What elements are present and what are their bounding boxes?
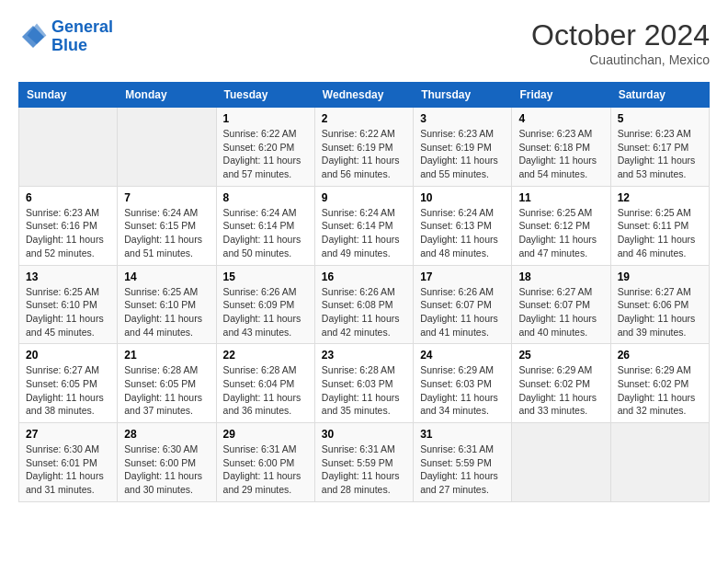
calendar-table: SundayMondayTuesdayWednesdayThursdayFrid… — [18, 82, 710, 502]
day-number: 3 — [420, 112, 505, 125]
day-info: Sunrise: 6:23 AMSunset: 6:18 PMDaylight:… — [518, 127, 603, 181]
calendar-cell — [19, 108, 118, 187]
calendar-cell: 16Sunrise: 6:26 AMSunset: 6:08 PMDayligh… — [314, 265, 413, 344]
calendar-week-row: 27Sunrise: 6:30 AMSunset: 6:01 PMDayligh… — [19, 423, 710, 502]
calendar-week-row: 20Sunrise: 6:27 AMSunset: 6:05 PMDayligh… — [19, 344, 710, 423]
calendar-cell: 5Sunrise: 6:23 AMSunset: 6:17 PMDaylight… — [610, 108, 709, 187]
calendar-cell: 26Sunrise: 6:29 AMSunset: 6:02 PMDayligh… — [610, 344, 709, 423]
day-number: 24 — [420, 349, 505, 362]
calendar-cell: 22Sunrise: 6:28 AMSunset: 6:04 PMDayligh… — [216, 344, 314, 423]
day-info: Sunrise: 6:23 AMSunset: 6:17 PMDaylight:… — [618, 127, 702, 181]
day-info: Sunrise: 6:29 AMSunset: 6:02 PMDaylight:… — [618, 363, 702, 418]
calendar-week-row: 1Sunrise: 6:22 AMSunset: 6:20 PMDaylight… — [19, 108, 710, 187]
day-info: Sunrise: 6:25 AMSunset: 6:11 PMDaylight:… — [618, 206, 702, 260]
calendar-cell: 8Sunrise: 6:24 AMSunset: 6:14 PMDaylight… — [216, 186, 314, 265]
weekday-header-row: SundayMondayTuesdayWednesdayThursdayFrid… — [19, 83, 710, 108]
calendar-cell: 2Sunrise: 6:22 AMSunset: 6:19 PMDaylight… — [314, 108, 413, 187]
day-number: 20 — [26, 349, 110, 362]
day-info: Sunrise: 6:24 AMSunset: 6:14 PMDaylight:… — [223, 206, 308, 260]
calendar-cell: 12Sunrise: 6:25 AMSunset: 6:11 PMDayligh… — [610, 186, 709, 265]
weekday-header: Thursday — [414, 83, 512, 108]
day-info: Sunrise: 6:24 AMSunset: 6:13 PMDaylight:… — [420, 206, 505, 260]
logo-text: General Blue — [51, 18, 113, 55]
day-info: Sunrise: 6:30 AMSunset: 6:00 PMDaylight:… — [124, 442, 209, 497]
day-info: Sunrise: 6:26 AMSunset: 6:09 PMDaylight:… — [223, 285, 308, 339]
calendar-cell: 15Sunrise: 6:26 AMSunset: 6:09 PMDayligh… — [216, 265, 314, 344]
calendar-cell: 6Sunrise: 6:23 AMSunset: 6:16 PMDaylight… — [19, 186, 118, 265]
calendar-cell: 1Sunrise: 6:22 AMSunset: 6:20 PMDaylight… — [216, 108, 314, 187]
day-number: 23 — [322, 349, 406, 362]
calendar-cell: 3Sunrise: 6:23 AMSunset: 6:19 PMDaylight… — [414, 108, 512, 187]
day-info: Sunrise: 6:25 AMSunset: 6:10 PMDaylight:… — [26, 285, 110, 339]
calendar-cell: 17Sunrise: 6:26 AMSunset: 6:07 PMDayligh… — [414, 265, 512, 344]
calendar-cell: 9Sunrise: 6:24 AMSunset: 6:14 PMDaylight… — [314, 186, 413, 265]
day-info: Sunrise: 6:22 AMSunset: 6:20 PMDaylight:… — [223, 127, 308, 181]
day-number: 18 — [518, 270, 603, 283]
day-number: 6 — [26, 191, 110, 204]
calendar-cell: 21Sunrise: 6:28 AMSunset: 6:05 PMDayligh… — [118, 344, 216, 423]
day-number: 17 — [420, 270, 505, 283]
calendar-week-row: 6Sunrise: 6:23 AMSunset: 6:16 PMDaylight… — [19, 186, 710, 265]
day-info: Sunrise: 6:25 AMSunset: 6:10 PMDaylight:… — [124, 285, 209, 339]
day-number: 31 — [420, 428, 505, 441]
calendar-cell: 14Sunrise: 6:25 AMSunset: 6:10 PMDayligh… — [118, 265, 216, 344]
day-info: Sunrise: 6:28 AMSunset: 6:03 PMDaylight:… — [322, 363, 406, 418]
logo-icon — [18, 22, 48, 52]
calendar-cell: 29Sunrise: 6:31 AMSunset: 6:00 PMDayligh… — [216, 423, 314, 502]
calendar-cell: 28Sunrise: 6:30 AMSunset: 6:00 PMDayligh… — [118, 423, 216, 502]
day-number: 29 — [223, 428, 308, 441]
day-number: 15 — [223, 270, 308, 283]
day-info: Sunrise: 6:29 AMSunset: 6:02 PMDaylight:… — [518, 363, 603, 418]
day-number: 22 — [223, 349, 308, 362]
day-info: Sunrise: 6:27 AMSunset: 6:05 PMDaylight:… — [26, 363, 110, 418]
day-number: 25 — [518, 349, 603, 362]
page-header: General Blue October 2024 Cuautinchan, M… — [18, 18, 710, 67]
calendar-cell: 31Sunrise: 6:31 AMSunset: 5:59 PMDayligh… — [414, 423, 512, 502]
day-info: Sunrise: 6:27 AMSunset: 6:06 PMDaylight:… — [618, 285, 702, 339]
day-info: Sunrise: 6:22 AMSunset: 6:19 PMDaylight:… — [322, 127, 406, 181]
day-number: 2 — [322, 112, 406, 125]
day-number: 13 — [26, 270, 110, 283]
calendar-cell: 30Sunrise: 6:31 AMSunset: 5:59 PMDayligh… — [314, 423, 413, 502]
day-number: 12 — [618, 191, 702, 204]
day-number: 10 — [420, 191, 505, 204]
day-number: 28 — [124, 428, 209, 441]
day-info: Sunrise: 6:23 AMSunset: 6:19 PMDaylight:… — [420, 127, 505, 181]
calendar-cell: 27Sunrise: 6:30 AMSunset: 6:01 PMDayligh… — [19, 423, 118, 502]
day-number: 14 — [124, 270, 209, 283]
subtitle: Cuautinchan, Mexico — [531, 52, 710, 67]
day-info: Sunrise: 6:29 AMSunset: 6:03 PMDaylight:… — [420, 363, 505, 418]
calendar-cell: 7Sunrise: 6:24 AMSunset: 6:15 PMDaylight… — [118, 186, 216, 265]
day-number: 5 — [618, 112, 702, 125]
weekday-header: Saturday — [610, 83, 709, 108]
day-number: 1 — [223, 112, 308, 125]
calendar-cell — [610, 423, 709, 502]
weekday-header: Monday — [118, 83, 216, 108]
calendar-cell: 24Sunrise: 6:29 AMSunset: 6:03 PMDayligh… — [414, 344, 512, 423]
day-info: Sunrise: 6:31 AMSunset: 6:00 PMDaylight:… — [223, 442, 308, 497]
calendar-cell — [512, 423, 610, 502]
day-info: Sunrise: 6:28 AMSunset: 6:05 PMDaylight:… — [124, 363, 209, 418]
day-number: 30 — [322, 428, 406, 441]
weekday-header: Tuesday — [216, 83, 314, 108]
day-number: 4 — [518, 112, 603, 125]
day-number: 27 — [26, 428, 110, 441]
weekday-header: Wednesday — [314, 83, 413, 108]
day-info: Sunrise: 6:31 AMSunset: 5:59 PMDaylight:… — [322, 442, 406, 497]
day-number: 16 — [322, 270, 406, 283]
day-info: Sunrise: 6:26 AMSunset: 6:08 PMDaylight:… — [322, 285, 406, 339]
day-number: 21 — [124, 349, 209, 362]
title-block: October 2024 Cuautinchan, Mexico — [531, 18, 710, 67]
calendar-cell: 23Sunrise: 6:28 AMSunset: 6:03 PMDayligh… — [314, 344, 413, 423]
day-number: 7 — [124, 191, 209, 204]
calendar-cell: 19Sunrise: 6:27 AMSunset: 6:06 PMDayligh… — [610, 265, 709, 344]
calendar-cell: 4Sunrise: 6:23 AMSunset: 6:18 PMDaylight… — [512, 108, 610, 187]
day-info: Sunrise: 6:30 AMSunset: 6:01 PMDaylight:… — [26, 442, 110, 497]
calendar-cell: 20Sunrise: 6:27 AMSunset: 6:05 PMDayligh… — [19, 344, 118, 423]
weekday-header: Sunday — [19, 83, 118, 108]
logo: General Blue — [18, 18, 113, 55]
day-number: 11 — [518, 191, 603, 204]
day-info: Sunrise: 6:26 AMSunset: 6:07 PMDaylight:… — [420, 285, 505, 339]
calendar-cell: 25Sunrise: 6:29 AMSunset: 6:02 PMDayligh… — [512, 344, 610, 423]
calendar-cell: 18Sunrise: 6:27 AMSunset: 6:07 PMDayligh… — [512, 265, 610, 344]
